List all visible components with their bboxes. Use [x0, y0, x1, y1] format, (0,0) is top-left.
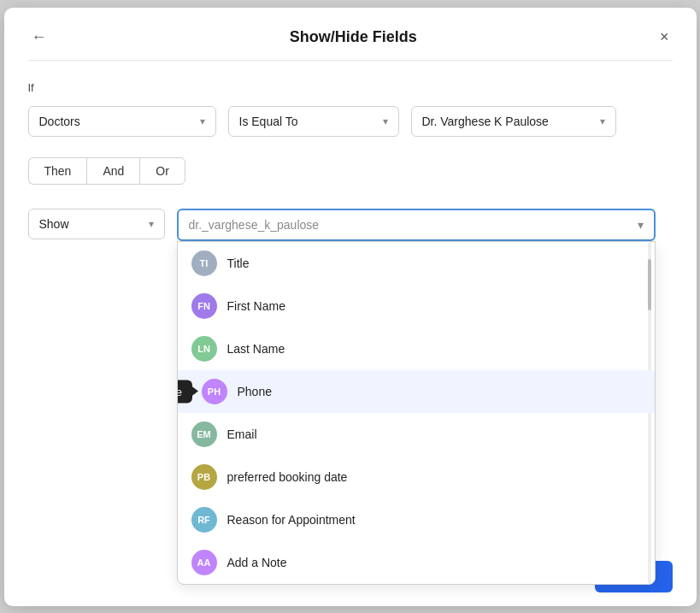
- dropdown-item-addnote-label: Add a Note: [227, 556, 287, 569]
- modal-body: If Doctors ▾ Is Equal To ▾ Dr. Varghese …: [4, 61, 697, 605]
- close-icon: ×: [660, 28, 669, 46]
- avatar-lastname: LN: [191, 336, 217, 362]
- avatar-firstname: FN: [191, 293, 217, 319]
- avatar-title: TI: [191, 251, 217, 276]
- dropdown-item-firstname[interactable]: FN First Name: [178, 285, 655, 327]
- back-button[interactable]: ←: [28, 25, 50, 50]
- phone-tooltip: Phone: [177, 380, 193, 403]
- dropdown-item-lastname-label: Last Name: [227, 342, 285, 356]
- avatar-reason: RF: [191, 507, 217, 533]
- close-button[interactable]: ×: [656, 25, 673, 50]
- show-select-value: Show: [39, 217, 69, 231]
- field-select-chevron: ▾: [200, 115, 205, 127]
- dropdown-item-booking[interactable]: PB preferred booking date: [178, 456, 655, 498]
- dropdown-item-phone[interactable]: Phone PH Phone: [178, 370, 655, 413]
- modal: ← Show/Hide Fields × If Doctors ▾ Is Equ…: [4, 8, 697, 606]
- back-icon: ←: [32, 28, 47, 46]
- dropdown-item-reason[interactable]: RF Reason for Appointment: [178, 498, 655, 541]
- field-select-value: Doctors: [39, 115, 80, 128]
- tab-and[interactable]: And: [86, 157, 139, 185]
- avatar-phone: PH: [202, 379, 227, 404]
- field-dropdown-value: dr._varghese_k_paulose: [189, 218, 320, 232]
- if-label: If: [28, 81, 673, 94]
- avatar-booking: PB: [191, 464, 217, 490]
- show-select-chevron: ▾: [149, 218, 154, 230]
- field-dropdown-trigger[interactable]: dr._varghese_k_paulose ▾: [177, 209, 656, 241]
- modal-header: ← Show/Hide Fields ×: [4, 8, 697, 60]
- dropdown-item-booking-label: preferred booking date: [227, 470, 348, 484]
- operator-select-chevron: ▾: [383, 115, 388, 127]
- operator-select-value: Is Equal To: [239, 115, 298, 128]
- dropdown-item-lastname[interactable]: LN Last Name: [178, 327, 655, 370]
- value-select[interactable]: Dr. Varghese K Paulose ▾: [411, 106, 616, 137]
- avatar-email: EM: [191, 421, 217, 447]
- dropdown-list: TI Title FN First Name LN Last Name Phon…: [177, 241, 656, 585]
- dropdown-item-title-label: Title: [227, 256, 250, 270]
- logic-tabs: Then And Or: [28, 157, 673, 185]
- dropdown-item-email-label: Email: [227, 427, 257, 441]
- condition-row: Doctors ▾ Is Equal To ▾ Dr. Varghese K P…: [28, 106, 673, 137]
- dropdown-item-addnote[interactable]: AA Add a Note: [178, 541, 655, 584]
- dropdown-item-email[interactable]: EM Email: [178, 413, 655, 456]
- field-dropdown-chevron: ▾: [638, 218, 644, 232]
- field-dropdown-wrapper: dr._varghese_k_paulose ▾ TI Title F: [177, 209, 656, 585]
- dropdown-item-firstname-label: First Name: [227, 299, 285, 313]
- tab-or[interactable]: Or: [139, 157, 185, 185]
- modal-title: Show/Hide Fields: [290, 28, 417, 46]
- dropdown-item-title[interactable]: TI Title: [178, 242, 655, 285]
- dropdown-item-reason-label: Reason for Appointment: [227, 513, 356, 527]
- operator-select[interactable]: Is Equal To ▾: [228, 106, 399, 137]
- action-row: Show ▾ dr._varghese_k_paulose ▾ TI: [28, 209, 673, 585]
- dropdown-item-phone-label: Phone: [238, 385, 272, 398]
- value-select-value: Dr. Varghese K Paulose: [422, 115, 549, 128]
- field-select[interactable]: Doctors ▾: [28, 106, 216, 137]
- scrollbar-thumb: [648, 259, 651, 310]
- show-select[interactable]: Show ▾: [28, 209, 165, 239]
- avatar-addnote: AA: [191, 550, 217, 575]
- tab-then[interactable]: Then: [28, 157, 87, 185]
- value-select-chevron: ▾: [600, 115, 605, 127]
- scrollbar-track[interactable]: [648, 242, 651, 584]
